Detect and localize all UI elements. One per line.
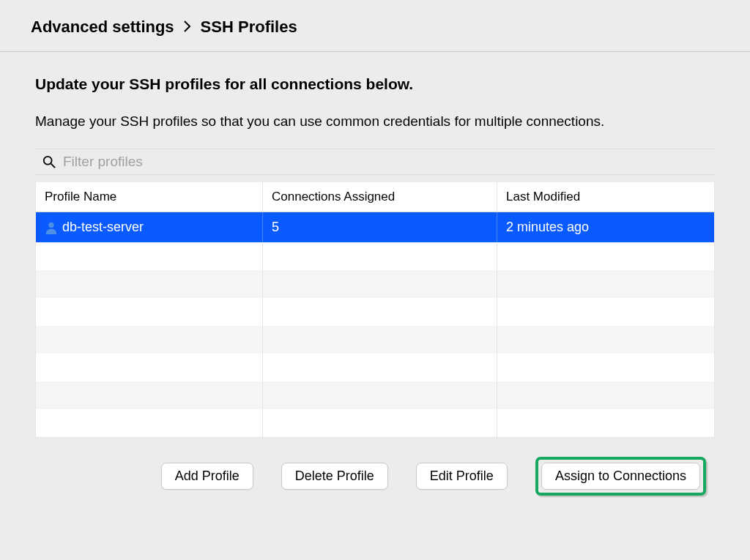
add-profile-button[interactable]: Add Profile [161, 463, 253, 490]
cell-profile-name: db-test-server [36, 212, 263, 242]
search-icon [42, 155, 56, 168]
table-row[interactable]: db-test-server 5 2 minutes ago [36, 212, 714, 242]
page-subtitle: Manage your SSH profiles so that you can… [35, 113, 715, 130]
filter-bar [35, 149, 715, 175]
table-row-empty [36, 298, 714, 326]
page-title: Update your SSH profiles for all connect… [35, 75, 715, 93]
breadcrumb-current: SSH Profiles [201, 18, 297, 37]
table-row-empty [36, 326, 714, 354]
profiles-table: Profile Name Connections Assigned Last M… [35, 182, 715, 438]
column-header-modified[interactable]: Last Modified [497, 182, 714, 212]
filter-input[interactable] [63, 154, 708, 170]
svg-point-2 [48, 222, 53, 227]
delete-profile-button[interactable]: Delete Profile [281, 463, 388, 490]
breadcrumb-parent[interactable]: Advanced settings [31, 18, 174, 37]
column-header-connections[interactable]: Connections Assigned [263, 182, 497, 212]
svg-point-0 [44, 157, 52, 165]
button-bar: Add Profile Delete Profile Edit Profile … [35, 438, 715, 490]
table-row-empty [36, 409, 714, 437]
cell-connections: 5 [263, 212, 497, 242]
chevron-right-icon [183, 19, 192, 36]
user-icon [45, 221, 58, 234]
edit-profile-button[interactable]: Edit Profile [416, 463, 508, 490]
table-row-empty [36, 354, 714, 381]
assign-to-connections-button[interactable]: Assign to Connections [541, 463, 700, 490]
profile-name-text: db-test-server [62, 220, 144, 235]
breadcrumb: Advanced settings SSH Profiles [0, 0, 750, 52]
column-header-name[interactable]: Profile Name [36, 182, 263, 212]
table-row-empty [36, 381, 714, 409]
cell-modified: 2 minutes ago [497, 212, 714, 242]
svg-line-1 [51, 164, 55, 168]
table-row-empty [36, 270, 714, 298]
table-header-row: Profile Name Connections Assigned Last M… [36, 182, 714, 212]
table-row-empty [36, 242, 714, 270]
highlight-box: Assign to Connections [535, 457, 706, 496]
